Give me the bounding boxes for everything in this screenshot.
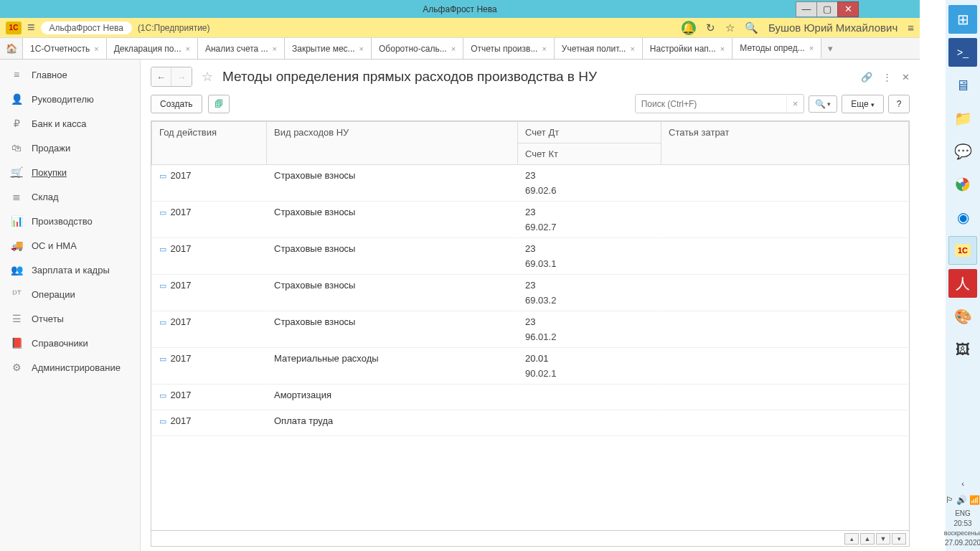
- tab[interactable]: Методы опред...×: [732, 38, 821, 59]
- nav-forward-button[interactable]: →: [171, 67, 192, 86]
- search-icon[interactable]: 🔍: [745, 22, 758, 34]
- window-minimize[interactable]: —: [796, 1, 817, 17]
- tab[interactable]: Закрытие мес...×: [285, 38, 372, 59]
- taskbar-adobe-icon[interactable]: 人: [948, 269, 977, 298]
- table-row[interactable]: ▭2017Страховые взносы2369.02.7: [152, 202, 909, 238]
- tab-close-icon[interactable]: ×: [720, 44, 725, 53]
- taskbar-pictures-icon[interactable]: 🖼: [948, 335, 977, 364]
- search-button[interactable]: 🔍 ▾: [809, 95, 837, 113]
- row-icon: ▭: [159, 208, 166, 217]
- sidebar-icon: 🚚: [10, 240, 23, 251]
- tab-close-icon[interactable]: ×: [94, 44, 98, 53]
- link-icon[interactable]: 🔗: [861, 72, 872, 83]
- sidebar-item[interactable]: ᴰᵀОперации: [0, 282, 140, 306]
- table-row[interactable]: ▭2017Страховые взносы2369.03.1: [152, 238, 909, 275]
- sidebar-item[interactable]: 📕Справочники: [0, 331, 140, 355]
- notifications-icon[interactable]: 🔔: [682, 21, 696, 35]
- taskbar-explorer-icon[interactable]: 📁: [948, 104, 977, 133]
- more-button[interactable]: Еще ▾: [842, 95, 884, 113]
- taskbar-chrome-icon[interactable]: [948, 170, 977, 199]
- tab[interactable]: Декларация по...×: [107, 38, 198, 59]
- cell-article: [661, 410, 909, 436]
- tab[interactable]: Учетная полит...×: [555, 38, 643, 59]
- tab-close-icon[interactable]: ×: [809, 44, 814, 52]
- taskbar-chat-icon[interactable]: 💬: [948, 137, 977, 166]
- taskbar-start[interactable]: ⊞: [948, 5, 977, 34]
- taskbar-server-icon[interactable]: 🖥: [948, 71, 977, 100]
- sidebar-item[interactable]: 🚚ОС и НМА: [0, 233, 140, 258]
- tab[interactable]: Анализ счета ...×: [198, 38, 285, 59]
- favorite-toggle[interactable]: ☆: [198, 67, 217, 86]
- sidebar-icon: ☰: [10, 313, 23, 324]
- taskbar-powershell-icon[interactable]: >_: [948, 38, 977, 67]
- sidebar-item[interactable]: 📊Производство: [0, 209, 140, 233]
- app-name: АльфаФрост Нева: [41, 22, 132, 34]
- tab[interactable]: Оборотно-саль...×: [372, 38, 463, 59]
- tab-home[interactable]: 🏠: [0, 38, 23, 59]
- taskbar-edge-icon[interactable]: ◉: [948, 203, 977, 232]
- scroll-top-button[interactable]: ▴: [844, 533, 859, 545]
- user-name[interactable]: Бушов Юрий Михайлович: [768, 22, 897, 34]
- sidebar-item[interactable]: 👤Руководителю: [0, 87, 140, 111]
- tab[interactable]: Настройки нап...×: [643, 38, 732, 59]
- tab-close-icon[interactable]: ×: [630, 44, 634, 53]
- help-button[interactable]: ?: [888, 95, 910, 113]
- sidebar-item[interactable]: 👥Зарплата и кадры: [0, 258, 140, 282]
- sidebar-item[interactable]: 🛒Покупки: [0, 160, 140, 184]
- sidebar-item[interactable]: ≡Главное: [0, 62, 140, 87]
- hamburger-icon[interactable]: ≡: [27, 20, 35, 35]
- create-button[interactable]: Создать: [151, 95, 202, 113]
- scroll-bottom-button[interactable]: ▾: [892, 533, 906, 545]
- search-clear[interactable]: ×: [786, 95, 804, 113]
- nav-back-button[interactable]: ←: [151, 67, 171, 86]
- sidebar-item[interactable]: ☰Отчеты: [0, 306, 140, 331]
- cell-accounts: 2369.02.7: [518, 202, 661, 238]
- scroll-down-button[interactable]: ▼: [876, 533, 890, 545]
- window-close[interactable]: ✕: [837, 1, 859, 17]
- sidebar: ≡Главное👤Руководителю₽Банк и касса🛍Прода…: [0, 60, 141, 551]
- sidebar-label: Отчеты: [32, 314, 64, 324]
- sidebar-item[interactable]: ⚙Администрирование: [0, 355, 140, 380]
- sidebar-item[interactable]: ₽Банк и касса: [0, 111, 140, 136]
- taskbar-paint-icon[interactable]: 🎨: [948, 302, 977, 331]
- close-page-icon[interactable]: ✕: [902, 72, 910, 83]
- tab[interactable]: 1С-Отчетность×: [23, 38, 107, 59]
- tab-close-icon[interactable]: ×: [185, 44, 189, 53]
- col-article[interactable]: Статья затрат: [661, 122, 909, 165]
- kebab-icon[interactable]: ⋮: [882, 72, 892, 83]
- table-row[interactable]: ▭2017Страховые взносы2369.02.6: [152, 165, 909, 202]
- system-tray[interactable]: 🏳 🔊 📶 ENG 20:53 воскресенье 27.09.2020: [944, 491, 980, 551]
- sidebar-item[interactable]: 🛍Продажи: [0, 136, 140, 160]
- table-row[interactable]: ▭2017Амортизация: [152, 385, 909, 410]
- copy-button[interactable]: 🗐: [208, 95, 230, 113]
- tab-close-icon[interactable]: ×: [451, 44, 456, 53]
- col-year[interactable]: Год действия: [152, 122, 267, 165]
- col-dt[interactable]: Счет Дт: [518, 122, 661, 143]
- windows-taskbar: ⊞ >_ 🖥 📁 💬 ◉ 1C 人 🎨 🖼 ‹ 🏳 🔊 📶 ENG 20:53 …: [946, 0, 980, 551]
- tab[interactable]: Отчеты произв...×: [463, 38, 555, 59]
- favorites-icon[interactable]: ☆: [725, 22, 735, 34]
- taskbar-show-hidden[interactable]: ‹: [948, 478, 977, 489]
- table-row[interactable]: ▭2017Страховые взносы2396.01.2: [152, 311, 909, 348]
- taskbar-1c-icon[interactable]: 1C: [948, 236, 977, 265]
- table-row[interactable]: ▭2017Материальные расходы20.0190.02.1: [152, 348, 909, 385]
- scroll-up-button[interactable]: ▲: [860, 533, 875, 545]
- tray-lang[interactable]: ENG: [944, 509, 980, 519]
- table-row[interactable]: ▭2017Оплата труда: [152, 410, 909, 436]
- sidebar-label: Покупки: [32, 167, 67, 178]
- sidebar-item[interactable]: ≣Склад: [0, 184, 140, 209]
- tab-close-icon[interactable]: ×: [359, 44, 364, 53]
- col-type[interactable]: Вид расходов НУ: [267, 122, 518, 165]
- search-input[interactable]: [636, 95, 786, 113]
- cell-accounts: 20.0190.02.1: [518, 348, 661, 385]
- copy-icon: 🗐: [215, 99, 223, 109]
- col-kt[interactable]: Счет Кт: [518, 143, 661, 165]
- tab-close-icon[interactable]: ×: [542, 44, 546, 53]
- tab-overflow[interactable]: ▾: [821, 38, 839, 59]
- history-icon[interactable]: ↻: [706, 22, 715, 34]
- tab-close-icon[interactable]: ×: [273, 44, 277, 53]
- window-maximize[interactable]: ▢: [816, 1, 838, 17]
- table-row[interactable]: ▭2017Страховые взносы2369.03.2: [152, 275, 909, 311]
- menu-icon[interactable]: ≡: [908, 22, 914, 34]
- tab-label: Анализ счета ...: [205, 44, 268, 54]
